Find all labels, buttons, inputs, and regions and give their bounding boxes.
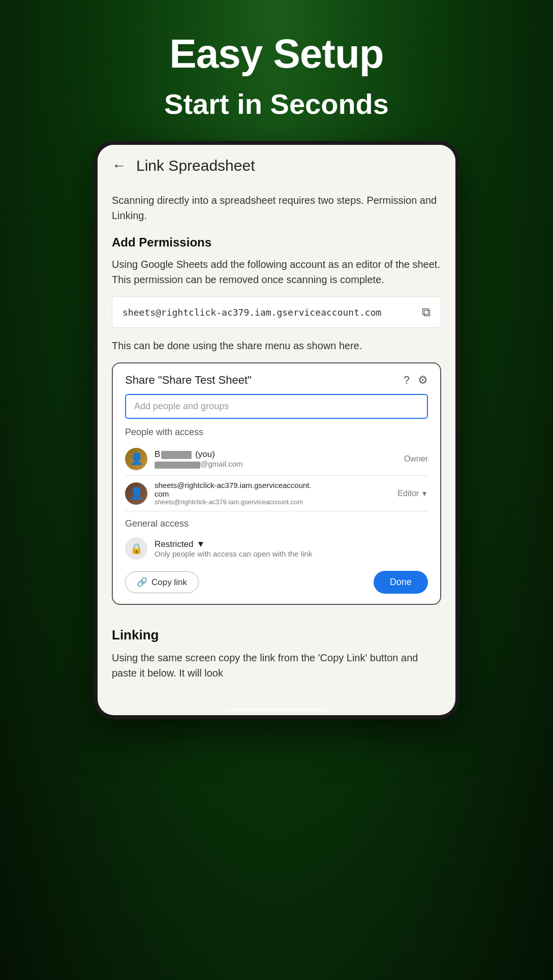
service-account-info: sheets@rightclick-ac379.iam.gserviceacco… (155, 481, 390, 506)
home-indicator (226, 708, 327, 711)
lock-icon-circle: 🔒 (125, 537, 147, 560)
back-button[interactable]: ← (112, 158, 126, 174)
hero-subtitle: Start in Seconds (164, 87, 389, 120)
service-account-email-display: sheets@rightclick-ac379.iam.gserviceacco… (155, 498, 390, 506)
permissions-heading: Add Permissions (112, 235, 441, 250)
input-placeholder: Add people and groups (134, 401, 229, 411)
share-dialog-icons: ? ⚙ (404, 374, 428, 387)
share-dialog: Share "Share Test Sheet" ? ⚙ Add people … (112, 362, 441, 605)
people-access-label: People with access (113, 427, 440, 443)
general-access-section: General access 🔒 Restricted ▼ Only peopl… (113, 511, 440, 563)
done-button[interactable]: Done (374, 571, 428, 594)
role-dropdown-icon: ▼ (421, 489, 428, 498)
screen-body: Scanning directly into a spreadsheet req… (98, 182, 455, 615)
general-access-label: General access (125, 518, 428, 529)
access-dropdown-icon: ▼ (197, 539, 205, 549)
add-people-input[interactable]: Add people and groups (125, 394, 428, 419)
service-avatar: 👤 (125, 482, 147, 505)
access-desc: Only people with access can open with th… (155, 549, 428, 558)
share-note: This can be done using the share menu as… (112, 338, 441, 353)
hero-title: Easy Setup (169, 30, 383, 77)
owner-email: @gmail.com (155, 460, 397, 468)
permissions-body: Using Google Sheets add the following ac… (112, 257, 441, 287)
screen-title: Link Spreadsheet (136, 157, 255, 174)
linking-section: Linking Using the same screen copy the l… (98, 615, 455, 703)
share-dialog-title: Share "Share Test Sheet" (125, 374, 252, 387)
service-account-role[interactable]: Editor ▼ (397, 489, 428, 498)
screen-header: ← Link Spreadsheet (98, 145, 455, 182)
copy-link-label: Copy link (151, 577, 187, 588)
phone-frame: ← Link Spreadsheet Scanning directly int… (94, 141, 459, 719)
service-account-row: 👤 sheets@rightclick-ac379.iam.gserviceac… (113, 476, 440, 511)
owner-role: Owner (404, 454, 428, 464)
copy-email-icon[interactable]: ⧉ (422, 305, 431, 319)
service-account-name: sheets@rightclick-ac379.iam.gserviceacco… (155, 481, 390, 498)
link-icon: 🔗 (137, 577, 147, 588)
phone-screen: ← Link Spreadsheet Scanning directly int… (98, 145, 455, 715)
intro-text: Scanning directly into a spreadsheet req… (112, 193, 441, 223)
owner-name: B (you) (155, 449, 397, 460)
service-email: sheets@rightclick-ac379.iam.gserviceacco… (122, 307, 381, 318)
linking-text: Using the same screen copy the link from… (112, 650, 441, 681)
access-info: Restricted ▼ Only people with access can… (155, 539, 428, 558)
share-dialog-footer: 🔗 Copy link Done (113, 563, 440, 604)
owner-avatar: 👤 (125, 448, 147, 470)
linking-heading: Linking (112, 627, 441, 643)
access-type[interactable]: Restricted ▼ (155, 539, 428, 549)
owner-row: 👤 B (you) @gmail.com Owner (113, 443, 440, 475)
email-box[interactable]: sheets@rightclick-ac379.iam.gserviceacco… (112, 296, 441, 328)
access-row: 🔒 Restricted ▼ Only people with access c… (125, 534, 428, 563)
owner-info: B (you) @gmail.com (155, 449, 397, 468)
settings-icon[interactable]: ⚙ (418, 374, 428, 387)
share-dialog-header: Share "Share Test Sheet" ? ⚙ (113, 363, 440, 394)
copy-link-button[interactable]: 🔗 Copy link (125, 571, 199, 593)
help-icon[interactable]: ? (404, 374, 410, 387)
lock-icon: 🔒 (130, 542, 143, 555)
